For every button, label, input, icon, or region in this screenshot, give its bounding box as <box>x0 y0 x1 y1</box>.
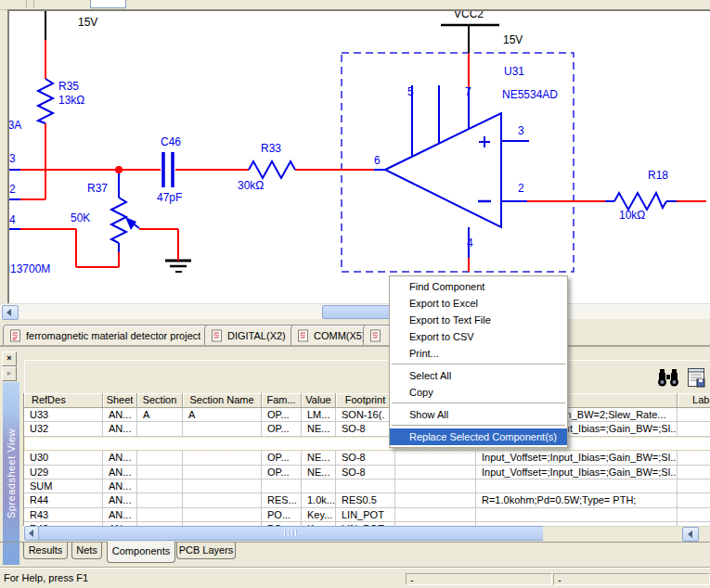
scroll-thumb[interactable] <box>38 526 545 541</box>
cell-sheet: AN... <box>103 437 137 450</box>
column-header[interactable]: Sheet <box>103 393 137 408</box>
schematic-sheet-icon <box>9 329 22 342</box>
cell-section <box>137 508 183 521</box>
cell-label <box>678 493 710 506</box>
schematic-label: R33 <box>261 142 281 155</box>
save-report-button[interactable] <box>684 365 708 390</box>
cell-blank <box>395 508 476 521</box>
close-button[interactable]: × <box>2 352 17 366</box>
column-header[interactable]: Footprint <box>336 393 395 408</box>
schematic-sheet-icon <box>211 329 224 342</box>
cell-refdes: U31 <box>24 437 103 450</box>
cell-label <box>678 508 710 521</box>
cell-value: LM... <box>302 408 336 421</box>
column-header[interactable]: Fam... <box>262 393 302 408</box>
scroll-left-button[interactable] <box>2 305 19 320</box>
wiper-arrowhead <box>125 217 136 230</box>
menu-item-show-all[interactable]: Show All <box>390 406 567 423</box>
cell-family: PO... <box>262 508 302 521</box>
cell-label <box>678 466 710 479</box>
schematic-label: C46 <box>161 135 181 148</box>
menu-item-replace-selected-components[interactable]: Replace Selected Component(s) <box>390 428 567 445</box>
cell-section-name <box>183 466 262 479</box>
panel-caption: Spreadsheet View <box>6 428 17 518</box>
menu-item-print[interactable]: Print... <box>390 345 567 362</box>
cell-family: OP... <box>262 437 302 450</box>
tab-results[interactable]: Results <box>23 543 68 559</box>
table-row[interactable]: U29 AN... OP... NE... SO-8 Input_Voffset… <box>24 466 710 479</box>
column-header[interactable]: RefDes <box>24 393 103 408</box>
menu-item-find-component[interactable]: Find Component <box>390 278 567 295</box>
resistor-R18 <box>614 193 666 210</box>
schematic-label: 3 <box>518 124 524 137</box>
sheet-tab-project[interactable]: ferromagnetic material detector project <box>3 325 214 346</box>
table-row[interactable]: U32 AN... OP... NE... SO-8 Input_Voffset… <box>24 422 710 436</box>
menu-item-select-all[interactable]: Select All <box>390 367 567 384</box>
red-nets <box>20 40 706 272</box>
find-button[interactable] <box>656 365 680 390</box>
schematic-label: 10kΩ <box>619 209 645 222</box>
cell-label <box>678 479 710 492</box>
table-hscrollbar[interactable] <box>23 526 543 540</box>
menu-item-export-to-text-file[interactable]: Export to Text File <box>390 312 567 328</box>
menu-separator <box>392 425 565 426</box>
cell-properties: Input_Voffset=;Input_Ibias=;Gain_BW=;Sl.… <box>476 466 678 479</box>
left-arrow-icon <box>29 530 33 537</box>
cell-sheet: AN... <box>103 408 137 421</box>
opamp-triangle <box>385 113 501 227</box>
table-body: U33 AN... A A OP... LM... SON-16(. Input… <box>24 408 710 526</box>
table-row[interactable]: SUM AN... <box>24 479 710 493</box>
sheet-tab-comm[interactable]: COMM(X5) <box>290 325 373 346</box>
schematic-wires <box>9 11 710 303</box>
cell-label <box>678 422 710 435</box>
left-arrow-icon <box>6 309 11 316</box>
cell-label <box>678 437 710 450</box>
cell-refdes: U32 <box>24 422 103 435</box>
cell-section-name <box>183 508 262 521</box>
column-header[interactable]: Section Name <box>183 393 262 408</box>
schematic-sheet-icon <box>297 329 310 342</box>
sheet-tab-digital[interactable]: DIGITAL(X2) <box>204 325 301 346</box>
schematic-label: 15V <box>503 33 523 46</box>
binoculars-icon <box>657 367 679 388</box>
application-window: 15VR3513kΩ33A324R3750KM13700MC4647pFR333… <box>0 0 710 588</box>
component-symbols <box>9 79 677 258</box>
cell-refdes: SUM <box>24 479 103 492</box>
cell-value: Key... <box>302 508 336 521</box>
tab-nets[interactable]: Nets <box>71 543 102 559</box>
column-header[interactable]: Section <box>137 393 183 408</box>
cell-section-name <box>183 422 262 435</box>
menu-item-export-to-csv[interactable]: Export to CSV <box>390 328 567 345</box>
cell-blank <box>395 466 476 479</box>
schematic-label: U31 <box>504 65 524 78</box>
schematic-label: NE5534AD <box>502 88 558 101</box>
table-row[interactable]: R43 AN... PO... Key... LIN_POT <box>24 508 710 522</box>
expand-button[interactable]: ▸ <box>2 366 17 381</box>
column-header[interactable]: Label <box>678 393 710 408</box>
scroll-left-button-right-pane[interactable] <box>682 527 699 542</box>
splitter-area <box>543 526 710 541</box>
cell-label <box>678 408 710 421</box>
cell-value: NE... <box>302 422 336 435</box>
tab-components[interactable]: Components <box>107 542 175 563</box>
schematic-label: 13kΩ <box>58 94 84 107</box>
table-header-row: RefDesSheetSectionSection NameFam...Valu… <box>24 393 710 408</box>
table-row[interactable]: U33 AN... A A OP... LM... SON-16(. Input… <box>24 408 710 422</box>
table-row[interactable]: U31 AN... OP... NE... SO-8 Input_Voffset… <box>24 437 710 451</box>
schematic-hscrollbar[interactable] <box>0 303 710 319</box>
toolbar-combobox-fragment <box>90 0 126 8</box>
table-row[interactable]: R44 AN... RES... 1.0k... RES0.5 R=1.0koh… <box>24 493 710 507</box>
table-row[interactable]: U30 AN... OP... NE... SO-8 Input_Voffset… <box>24 451 710 465</box>
close-icon: × <box>6 353 11 363</box>
cell-properties: Input_Voffset=;Input_Ibias=;Gain_BW=;Sl.… <box>476 451 678 464</box>
tab-pcb-layers[interactable]: PCB Layers <box>176 543 236 559</box>
menu-item-export-to-excel[interactable]: Export to Excel <box>390 295 567 312</box>
schematic-canvas[interactable]: 15VR3513kΩ33A324R3750KM13700MC4647pFR333… <box>7 9 710 303</box>
cell-sheet: AN... <box>103 451 137 464</box>
cell-section <box>137 493 183 506</box>
schematic-label: 3 <box>9 152 16 165</box>
column-header[interactable]: Value <box>302 393 336 408</box>
schematic-label: 2 <box>9 183 16 196</box>
schematic-sheet-icon <box>369 329 382 342</box>
menu-item-copy[interactable]: Copy <box>390 384 567 401</box>
